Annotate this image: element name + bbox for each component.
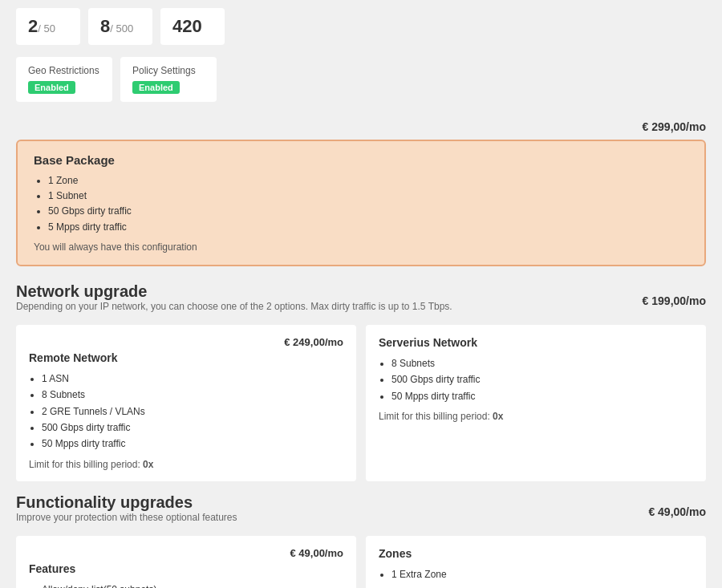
serverius-network-title: Serverius Network	[379, 336, 693, 349]
base-package-card: Base Package 1 Zone 1 Subnet 50 Gbps dir…	[16, 140, 706, 266]
remote-network-item-2: 2 GRE Tunnels / VLANs	[42, 403, 343, 420]
stat-denom-subnets: / 500	[110, 22, 133, 34]
stat-value-zones: 2	[28, 16, 38, 36]
zones-card-title: Zones	[379, 547, 693, 560]
base-package-item-3: 5 Mpps dirty traffic	[48, 220, 688, 235]
stats-row: 2/ 50 8/ 500 420	[16, 8, 706, 45]
features-card-list: Allow/deny-list(50 subnets) Geo Restrict…	[42, 582, 343, 588]
stat-box-subnets: 8/ 500	[88, 8, 152, 45]
serverius-network-list: 8 Subnets 500 Gbps dirty traffic 50 Mpps…	[391, 355, 693, 404]
stat-value-traffic: 420	[172, 16, 202, 36]
geo-restrictions-box: Geo Restrictions Enabled	[16, 57, 112, 102]
base-package-item-2: 50 Gbps dirty traffic	[48, 204, 688, 219]
network-upgrade-title: Network upgrade	[16, 282, 452, 301]
stat-box-zones: 2/ 50	[16, 8, 80, 45]
serverius-network-item-2: 50 Mpps dirty traffic	[391, 388, 693, 404]
geo-restrictions-badge: Enabled	[28, 81, 75, 94]
base-package-item-0: 1 Zone	[48, 173, 688, 189]
network-upgrade-section: Network upgrade Depending on your IP net…	[16, 282, 706, 481]
features-card: € 49,00/mo Features Allow/deny-list(50 s…	[16, 536, 356, 588]
features-card-title: Features	[29, 562, 343, 575]
zones-card: Zones 1 Extra Zone Limit for this billin…	[366, 536, 706, 588]
zones-card-item-0: 1 Extra Zone	[391, 566, 693, 582]
serverius-network-limit-value: 0x	[493, 411, 503, 422]
features-card-item-0: Allow/deny-list(50 subnets)	[42, 582, 343, 588]
policy-settings-badge: Enabled	[132, 81, 180, 94]
remote-network-list: 1 ASN 8 Subnets 2 GRE Tunnels / VLANs 50…	[42, 371, 343, 452]
base-package-price: € 299,00/mo	[16, 114, 706, 140]
features-card-price: € 49,00/mo	[29, 547, 343, 559]
functionality-upgrades-header-row: Functionality upgrades Improve your prot…	[16, 493, 706, 531]
network-upgrade-cards: € 249,00/mo Remote Network 1 ASN 8 Subne…	[16, 325, 706, 481]
remote-network-limit: Limit for this billing period: 0x	[29, 459, 343, 470]
base-package-title: Base Package	[34, 153, 688, 167]
network-upgrade-header-row: Network upgrade Depending on your IP net…	[16, 282, 706, 320]
remote-network-item-3: 500 Gbps dirty traffic	[42, 420, 343, 436]
remote-network-card: € 249,00/mo Remote Network 1 ASN 8 Subne…	[16, 325, 356, 481]
functionality-upgrades-title: Functionality upgrades	[16, 493, 237, 512]
remote-network-item-0: 1 ASN	[42, 371, 343, 387]
serverius-network-item-0: 8 Subnets	[391, 355, 693, 371]
functionality-upgrades-cards: € 49,00/mo Features Allow/deny-list(50 s…	[16, 536, 706, 588]
policy-settings-box: Policy Settings Enabled	[120, 57, 217, 102]
functionality-upgrades-section: Functionality upgrades Improve your prot…	[16, 493, 706, 588]
geo-restrictions-label: Geo Restrictions	[28, 65, 100, 76]
functionality-upgrades-header-left: Functionality upgrades Improve your prot…	[16, 493, 237, 531]
network-upgrade-header-left: Network upgrade Depending on your IP net…	[16, 282, 452, 320]
zones-card-list: 1 Extra Zone	[391, 566, 693, 582]
remote-network-item-1: 8 Subnets	[42, 387, 343, 403]
base-package-list: 1 Zone 1 Subnet 50 Gbps dirty traffic 5 …	[48, 173, 688, 235]
remote-network-price: € 249,00/mo	[29, 336, 343, 348]
functionality-upgrades-subtitle: Improve your protection with these optio…	[16, 512, 237, 523]
network-upgrade-subtitle: Depending on your IP network, you can ch…	[16, 301, 452, 312]
base-package-item-1: 1 Subnet	[48, 189, 688, 204]
remote-network-limit-value: 0x	[143, 459, 153, 470]
stat-box-traffic: 420	[160, 8, 225, 45]
serverius-network-limit: Limit for this billing period: 0x	[379, 411, 693, 422]
base-package-note: You will always have this configuration	[34, 241, 688, 253]
features-row: Geo Restrictions Enabled Policy Settings…	[16, 57, 706, 102]
remote-network-title: Remote Network	[29, 351, 343, 364]
remote-network-item-4: 50 Mpps dirty traffic	[42, 436, 343, 452]
network-upgrade-price: € 199,00/mo	[643, 294, 706, 307]
serverius-network-card: Serverius Network 8 Subnets 500 Gbps dir…	[366, 325, 706, 481]
stat-denom-zones: / 50	[38, 22, 55, 34]
functionality-upgrades-price: € 49,00/mo	[648, 505, 706, 518]
stat-value-subnets: 8	[100, 16, 110, 36]
serverius-network-item-1: 500 Gbps dirty traffic	[391, 371, 693, 387]
policy-settings-label: Policy Settings	[132, 65, 205, 76]
